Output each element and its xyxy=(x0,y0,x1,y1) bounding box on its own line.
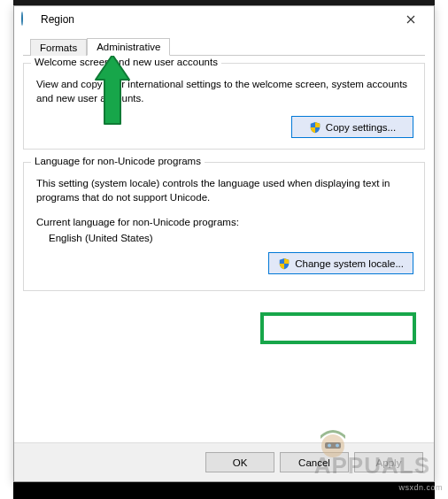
watermark-host: wsxdn.com xyxy=(398,483,443,492)
current-locale-value: English (United States) xyxy=(33,233,415,243)
apply-button: Apply xyxy=(354,452,423,472)
region-dialog: Region Formats Administrative Welcome sc… xyxy=(13,5,435,482)
group-welcome-legend: Welcome screen and new user accounts xyxy=(31,57,221,67)
change-system-locale-label: Change system locale... xyxy=(295,258,404,269)
tab-administrative[interactable]: Administrative xyxy=(87,38,170,56)
uac-shield-icon xyxy=(309,121,321,134)
region-globe-icon xyxy=(21,12,35,27)
close-button[interactable] xyxy=(393,7,429,32)
group-non-unicode-body: This setting (system locale) controls th… xyxy=(33,175,415,206)
group-welcome-screen: Welcome screen and new user accounts Vie… xyxy=(23,63,425,150)
cancel-button[interactable]: Cancel xyxy=(280,452,349,472)
current-locale-label: Current language for non-Unicode program… xyxy=(33,217,415,227)
group-welcome-body: View and copy your international setting… xyxy=(33,76,415,107)
dialog-title: Region xyxy=(41,13,393,26)
tab-strip: Formats Administrative xyxy=(23,36,425,56)
title-bar: Region xyxy=(14,6,434,33)
annotation-highlight-change-locale xyxy=(260,312,416,344)
group-non-unicode-legend: Language for non-Unicode programs xyxy=(31,156,205,166)
dialog-button-row: OK Cancel Apply xyxy=(14,442,434,481)
change-system-locale-button[interactable]: Change system locale... xyxy=(268,252,413,274)
uac-shield-icon xyxy=(278,257,290,270)
close-icon xyxy=(406,15,415,24)
copy-settings-label: Copy settings... xyxy=(326,122,396,133)
copy-settings-button[interactable]: Copy settings... xyxy=(291,116,413,138)
group-non-unicode: Language for non-Unicode programs This s… xyxy=(23,162,425,291)
tab-formats[interactable]: Formats xyxy=(30,39,87,56)
ok-button[interactable]: OK xyxy=(205,452,274,472)
tab-panel-administrative: Welcome screen and new user accounts Vie… xyxy=(14,56,434,442)
